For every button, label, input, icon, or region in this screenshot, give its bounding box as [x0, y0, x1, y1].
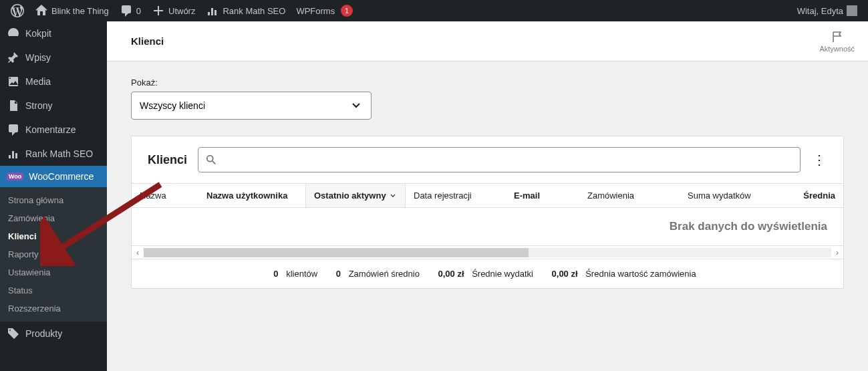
menu-posts[interactable]: Wpisy: [0, 45, 107, 70]
col-username[interactable]: Nazwa użytkownika: [198, 184, 305, 207]
menu-label: Wpisy: [25, 52, 51, 63]
chart-icon: [7, 147, 20, 160]
page-icon: [7, 99, 20, 112]
page-title: Klienci: [131, 35, 164, 47]
home-icon: [35, 4, 48, 17]
menu-products[interactable]: Produkty: [0, 322, 107, 346]
show-label: Pokaż:: [131, 78, 844, 88]
pin-icon: [7, 51, 20, 64]
flag-icon: [831, 30, 844, 43]
admin-bar: Blink the Thing 0 Utwórz Rank Math SEO W…: [0, 0, 868, 21]
submenu-orders[interactable]: Zamówienia: [0, 209, 107, 227]
menu-woocommerce[interactable]: Woo WooCommerce: [0, 166, 107, 187]
submenu-status[interactable]: Status: [0, 281, 107, 299]
menu-dashboard[interactable]: Kokpit: [0, 21, 107, 45]
search-icon: [205, 154, 217, 166]
summary-avg-orders-label: Zamówień średnio: [349, 269, 420, 279]
chevron-down-icon: [349, 99, 363, 112]
menu-label: Kokpit: [25, 28, 51, 39]
more-options-button[interactable]: ⋮: [811, 153, 827, 166]
submenu-extensions[interactable]: Rozszerzenia: [0, 299, 107, 318]
customers-panel: Klienci ⋮ Nazwa Nazwa użytkownika Ostatn…: [131, 136, 844, 289]
col-reg-date[interactable]: Data rejestracji: [406, 184, 506, 207]
svg-point-0: [207, 156, 213, 162]
site-name: Blink the Thing: [51, 6, 109, 16]
col-last-active[interactable]: Ostatnio aktywny: [305, 184, 406, 207]
summary-avg-spend-value: 0,00 zł: [438, 269, 464, 279]
dashboard-icon: [7, 27, 20, 40]
empty-state: Brak danych do wyświetlenia: [132, 208, 843, 245]
menu-media[interactable]: Media: [0, 70, 107, 94]
menu-label: Strony: [25, 100, 52, 111]
col-orders[interactable]: Zamówienia: [579, 184, 680, 207]
page-header: Klienci Aktywność: [107, 21, 868, 61]
col-email[interactable]: E-mail: [506, 184, 579, 207]
scroll-thumb[interactable]: [144, 248, 529, 257]
woocommerce-submenu: Strona główna Zamówienia Klienci Raporty…: [0, 187, 107, 322]
menu-label: Media: [25, 76, 51, 87]
create-link[interactable]: Utwórz: [146, 0, 200, 21]
col-label: Ostatnio aktywny: [314, 191, 386, 201]
activity-button[interactable]: Aktywność: [819, 30, 855, 53]
menu-comments[interactable]: Komentarze: [0, 118, 107, 142]
summary-customers-label: klientów: [286, 269, 317, 279]
wordpress-icon: [11, 4, 24, 17]
comment-icon: [120, 4, 133, 17]
menu-rankmath[interactable]: Rank Math SEO: [0, 142, 107, 166]
site-link[interactable]: Blink the Thing: [29, 0, 114, 21]
empty-message: Brak danych do wyświetlenia: [670, 220, 827, 233]
filter-value: Wszyscy klienci: [140, 100, 205, 111]
plus-icon: [152, 4, 165, 17]
wpforms-link[interactable]: WPForms 1: [291, 0, 358, 21]
menu-label: WooCommerce: [29, 171, 94, 182]
scroll-left-icon[interactable]: ‹: [132, 248, 144, 257]
rankmath-label: Rank Math SEO: [223, 6, 285, 16]
filter-select[interactable]: Wszyscy klienci: [131, 92, 372, 120]
horizontal-scrollbar[interactable]: ‹ ›: [132, 245, 843, 259]
submenu-reports[interactable]: Raporty: [0, 245, 107, 263]
scroll-right-icon[interactable]: ›: [831, 248, 843, 257]
rankmath-link[interactable]: Rank Math SEO: [200, 0, 291, 21]
create-label: Utwórz: [168, 6, 195, 16]
col-average[interactable]: Średnia: [773, 184, 843, 207]
chart-icon: [206, 4, 219, 17]
summary-avg-order-value: 0,00 zł: [552, 269, 578, 279]
summary-avg-spend-label: Średnie wydatki: [472, 269, 533, 279]
comments-link[interactable]: 0: [114, 0, 146, 21]
chevron-down-icon: [389, 192, 397, 200]
submenu-home[interactable]: Strona główna: [0, 191, 107, 209]
submenu-settings[interactable]: Ustawienia: [0, 263, 107, 281]
menu-label: Komentarze: [25, 124, 76, 135]
table-header: Nazwa Nazwa użytkownika Ostatnio aktywny…: [132, 183, 843, 208]
summary-customers-count: 0: [273, 269, 278, 279]
wpforms-label: WPForms: [296, 6, 335, 16]
col-total-spend[interactable]: Suma wydatków: [680, 184, 773, 207]
wpforms-badge: 1: [341, 5, 353, 17]
col-name[interactable]: Nazwa: [132, 184, 198, 207]
menu-pages[interactable]: Strony: [0, 94, 107, 118]
greeting-text: Witaj, Edyta: [797, 6, 843, 16]
comment-icon: [7, 123, 20, 136]
summary-avg-orders-count: 0: [336, 269, 341, 279]
admin-sidebar: Kokpit Wpisy Media Strony Komentarze Ran…: [0, 21, 107, 371]
activity-label: Aktywność: [819, 45, 855, 53]
avatar: [847, 5, 857, 16]
comments-count: 0: [136, 6, 141, 16]
panel-title: Klienci: [148, 153, 187, 167]
scroll-track[interactable]: [144, 248, 831, 257]
wp-logo[interactable]: [5, 0, 29, 21]
woo-icon: Woo: [7, 172, 23, 180]
user-greeting[interactable]: Witaj, Edyta: [792, 0, 863, 21]
search-input[interactable]: [198, 147, 801, 172]
menu-label: Produkty: [25, 328, 62, 339]
submenu-customers[interactable]: Klienci: [0, 227, 107, 245]
tag-icon: [7, 327, 20, 340]
summary-row: 0 klientów 0 Zamówień średnio 0,00 zł Śr…: [132, 259, 843, 288]
content-area: Klienci Aktywność Pokaż: Wszyscy klienci…: [107, 21, 868, 371]
media-icon: [7, 75, 20, 88]
menu-label: Rank Math SEO: [25, 148, 93, 159]
summary-avg-order-label: Średnia wartość zamówienia: [585, 269, 696, 279]
